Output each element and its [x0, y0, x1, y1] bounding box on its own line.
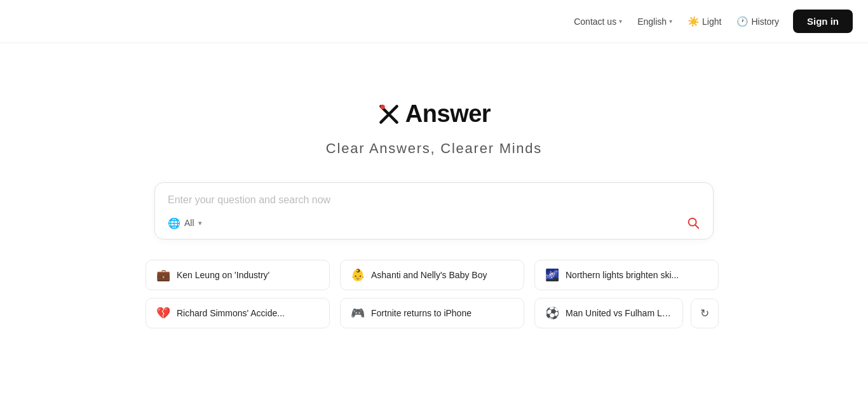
- filter-label: All: [184, 218, 194, 228]
- search-box: 🌐 All ▾: [154, 182, 714, 239]
- trending-emoji: 💼: [156, 268, 170, 282]
- contact-us-menu[interactable]: Contact us ▾: [567, 11, 628, 32]
- theme-label: Light: [702, 17, 721, 27]
- language-label: English: [637, 17, 667, 27]
- search-bottom-bar: 🌐 All ▾: [168, 216, 700, 230]
- trending-text: Ken Leung on 'Industry': [177, 270, 269, 280]
- contact-us-chevron-icon: ▾: [619, 18, 622, 25]
- trending-emoji: ⚽: [545, 306, 559, 320]
- trending-emoji: 👶: [351, 268, 365, 282]
- search-filter-dropdown[interactable]: 🌐 All ▾: [168, 217, 202, 229]
- header: Contact us ▾ English ▾ ☀️ Light 🕐 Histor…: [0, 0, 868, 43]
- trending-chip[interactable]: ⚽Man United vs Fulham Liv...: [534, 298, 683, 328]
- theme-toggle[interactable]: ☀️ Light: [681, 11, 728, 32]
- trending-emoji: 🎮: [351, 306, 365, 320]
- trending-chip[interactable]: 🎮Fortnite returns to iPhone: [340, 298, 524, 328]
- trending-chip[interactable]: 💼Ken Leung on 'Industry': [146, 260, 330, 290]
- refresh-icon: ↻: [700, 307, 709, 320]
- history-label: History: [751, 17, 779, 27]
- sun-icon: ☀️: [688, 16, 700, 27]
- logo-text: Answer: [405, 100, 491, 128]
- filter-chevron-icon: ▾: [198, 219, 202, 227]
- globe-icon: 🌐: [168, 217, 180, 229]
- trending-grid: 💼Ken Leung on 'Industry'👶Ashanti and Nel…: [146, 260, 722, 328]
- logo-icon: [377, 103, 400, 126]
- tagline: Clear Answers, Clearer Minds: [326, 140, 542, 157]
- trending-text: Northern lights brighten ski...: [566, 270, 679, 280]
- trending-text: Fortnite returns to iPhone: [371, 308, 471, 318]
- trending-text: Richard Simmons' Accide...: [177, 308, 285, 318]
- trending-chip[interactable]: 🌌Northern lights brighten ski...: [534, 260, 719, 290]
- trending-emoji: 💔: [156, 306, 170, 320]
- search-input[interactable]: [168, 194, 700, 216]
- history-icon: 🕐: [736, 16, 749, 27]
- contact-us-label: Contact us: [574, 17, 616, 27]
- language-menu[interactable]: English ▾: [631, 11, 679, 32]
- language-chevron-icon: ▾: [669, 18, 672, 25]
- trending-text: Ashanti and Nelly's Baby Boy: [371, 270, 487, 280]
- sign-in-button[interactable]: Sign in: [793, 10, 853, 33]
- refresh-button[interactable]: ↻: [691, 299, 719, 328]
- main-content: Answer Clear Answers, Clearer Minds 🌐 Al…: [0, 43, 868, 328]
- history-menu[interactable]: 🕐 History: [730, 11, 785, 32]
- logo-container: Answer: [377, 100, 491, 128]
- trending-text: Man United vs Fulham Liv...: [566, 308, 672, 318]
- search-button[interactable]: [686, 216, 700, 230]
- trending-chip[interactable]: 💔Richard Simmons' Accide...: [146, 298, 330, 328]
- svg-point-0: [380, 104, 384, 109]
- trending-emoji: 🌌: [545, 268, 559, 282]
- trending-chip[interactable]: 👶Ashanti and Nelly's Baby Boy: [340, 260, 524, 290]
- search-icon: [686, 216, 700, 230]
